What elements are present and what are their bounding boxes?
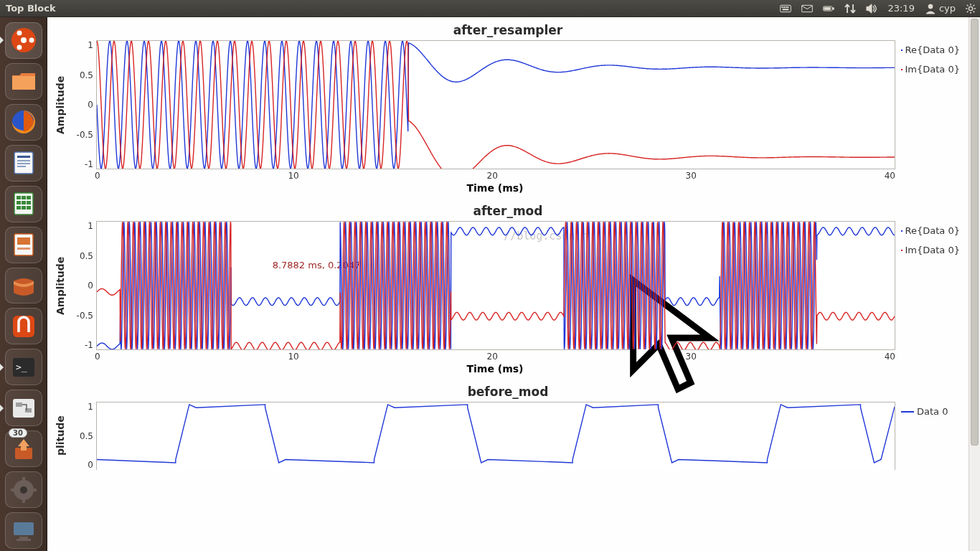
svg-rect-38 — [27, 201, 31, 204]
svg-point-10 — [928, 4, 933, 9]
plot-area[interactable] — [96, 402, 895, 470]
volume-icon[interactable] — [866, 3, 877, 14]
content-area: after_resampler Amplitude 1 0.5 0 -0.5 -… — [47, 17, 980, 551]
window-title: Top Block — [4, 3, 780, 14]
xticks: 010203040 — [95, 169, 895, 181]
yticks: 1 0.5 0 -0.5 -1 — [69, 40, 93, 169]
legend: Re{Data 0} Im{Data 0} — [895, 40, 963, 169]
svg-rect-3 — [786, 6, 786, 7]
svg-rect-25 — [12, 76, 35, 90]
ylabel: Amplitude — [53, 40, 66, 169]
svg-rect-44 — [17, 248, 30, 250]
launcher-gnuradio[interactable] — [5, 390, 42, 426]
plot-area[interactable]: //blog.csdn.n 8.7882 ms, 0.2047 — [96, 221, 895, 350]
svg-rect-31 — [17, 166, 26, 167]
svg-rect-49 — [16, 402, 22, 407]
svg-rect-9 — [824, 7, 831, 10]
indicator-area: 23:19 cyp — [780, 3, 976, 14]
yticks: 1 0.5 0 -0.5 -1 — [69, 221, 93, 350]
svg-rect-28 — [17, 156, 30, 158]
legend-swatch-im — [901, 250, 903, 251]
unity-launcher: >_ 30 — [0, 17, 47, 551]
svg-rect-8 — [833, 7, 834, 9]
svg-rect-55 — [22, 499, 25, 503]
svg-rect-29 — [17, 160, 30, 161]
vertical-scrollbar[interactable] — [969, 17, 980, 551]
yticks: 1 0.5 0 — [69, 402, 93, 470]
network-icon[interactable] — [844, 3, 856, 14]
svg-rect-56 — [11, 489, 15, 491]
chart-after-resampler: after_resampler Amplitude 1 0.5 0 -0.5 -… — [53, 23, 963, 199]
svg-line-16 — [967, 4, 969, 6]
svg-point-21 — [21, 37, 27, 43]
svg-rect-59 — [19, 537, 28, 539]
svg-line-17 — [974, 11, 975, 12]
plot-area[interactable] — [96, 40, 895, 169]
svg-rect-5 — [783, 9, 788, 9]
legend-swatch-re — [901, 50, 903, 51]
svg-rect-41 — [27, 206, 31, 209]
svg-rect-43 — [17, 237, 30, 245]
svg-point-23 — [17, 31, 22, 36]
chart-title: after_resampler — [53, 23, 963, 37]
svg-rect-54 — [22, 477, 25, 481]
launcher-terminal[interactable]: >_ — [5, 349, 42, 385]
launcher-settings[interactable] — [5, 471, 42, 508]
svg-point-11 — [969, 6, 972, 10]
top-panel: Top Block 23:19 cyp — [0, 0, 980, 17]
legend-swatch-d0 — [901, 411, 914, 413]
svg-rect-60 — [17, 539, 31, 541]
mail-icon[interactable] — [801, 3, 813, 14]
clock[interactable]: 23:19 — [887, 3, 914, 14]
launcher-calc[interactable] — [5, 186, 42, 222]
svg-rect-34 — [22, 196, 26, 199]
svg-text:>_: >_ — [16, 362, 27, 372]
scrollbar-thumb[interactable] — [971, 19, 979, 446]
legend-swatch-re — [901, 230, 903, 232]
chart-title: after_mod — [53, 204, 963, 218]
launcher-writer[interactable] — [5, 145, 42, 182]
battery-icon[interactable] — [823, 3, 834, 14]
svg-rect-2 — [784, 6, 785, 7]
gear-icon[interactable] — [966, 4, 976, 14]
launcher-ubuntu-one[interactable] — [5, 308, 42, 344]
svg-rect-40 — [22, 206, 26, 209]
svg-line-18 — [967, 11, 969, 12]
user-menu[interactable]: cyp — [925, 3, 956, 14]
legend-swatch-im — [901, 69, 903, 70]
xlabel: Time (ms) — [466, 182, 523, 194]
launcher-system[interactable] — [5, 512, 42, 549]
svg-rect-0 — [781, 5, 791, 11]
chart-after-mod: after_mod Amplitude 1 0.5 0 -0.5 -1 //bl… — [53, 204, 963, 380]
ylabel: Amplitude — [53, 221, 66, 350]
launcher-updates[interactable]: 30 — [5, 430, 42, 467]
launcher-impress[interactable] — [5, 227, 42, 263]
launcher-files[interactable] — [5, 63, 42, 100]
svg-rect-30 — [17, 163, 30, 164]
launcher-dash[interactable] — [5, 22, 42, 59]
svg-point-24 — [17, 45, 22, 50]
svg-rect-1 — [782, 6, 783, 7]
svg-point-22 — [29, 38, 34, 43]
badge-count: 30 — [9, 428, 27, 438]
svg-rect-6 — [802, 5, 813, 11]
svg-line-19 — [974, 4, 975, 6]
svg-point-53 — [20, 486, 27, 494]
svg-rect-45 — [13, 316, 34, 337]
launcher-ubuntu-sw[interactable] — [5, 268, 42, 304]
svg-rect-36 — [17, 201, 21, 204]
launcher-firefox[interactable] — [5, 104, 42, 141]
svg-rect-58 — [14, 522, 34, 535]
legend: Data 0 — [895, 402, 963, 470]
svg-rect-35 — [27, 196, 31, 199]
svg-rect-39 — [17, 206, 21, 209]
svg-rect-57 — [32, 489, 37, 491]
svg-rect-37 — [22, 201, 26, 204]
ylabel: plitude — [53, 402, 66, 470]
svg-rect-4 — [788, 6, 788, 7]
keyboard-icon[interactable] — [780, 3, 791, 14]
svg-rect-33 — [17, 196, 21, 199]
